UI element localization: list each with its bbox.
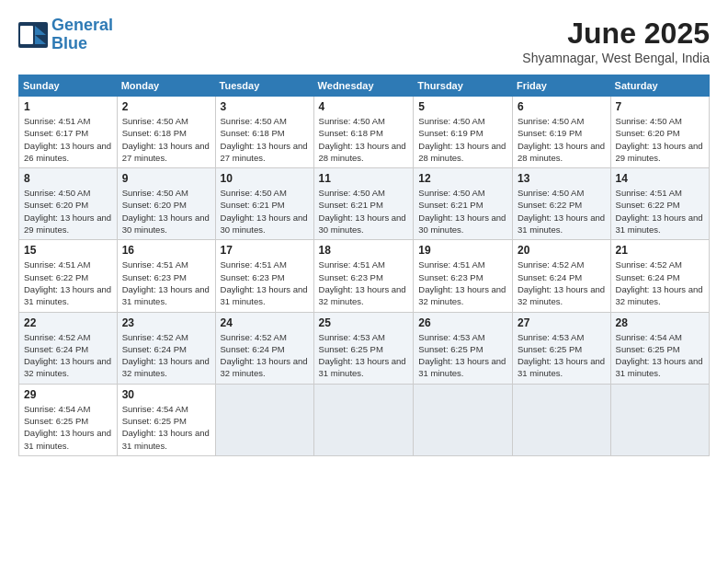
header-thursday: Thursday (414, 75, 513, 97)
page: General Blue June 2025 Shyamnagar, West … (0, 0, 728, 563)
logo-general: General (51, 16, 113, 34)
day-info: Sunrise: 4:50 AM Sunset: 6:20 PM Dayligh… (24, 187, 112, 236)
day-number: 18 (319, 244, 409, 257)
day-info: Sunrise: 4:50 AM Sunset: 6:19 PM Dayligh… (418, 115, 507, 164)
day-number: 29 (24, 388, 112, 401)
calendar-cell: 27 Sunrise: 4:53 AM Sunset: 6:25 PM Dayl… (512, 312, 610, 384)
calendar-cell (215, 384, 313, 455)
header-monday: Monday (117, 75, 215, 97)
day-number: 19 (418, 244, 507, 257)
calendar-cell (610, 384, 709, 455)
calendar-cell: 21 Sunrise: 4:52 AM Sunset: 6:24 PM Dayl… (610, 240, 709, 312)
day-info: Sunrise: 4:51 AM Sunset: 6:23 PM Dayligh… (319, 259, 409, 307)
day-info: Sunrise: 4:50 AM Sunset: 6:21 PM Dayligh… (221, 187, 309, 236)
calendar-cell: 1 Sunrise: 4:51 AM Sunset: 6:17 PM Dayli… (19, 97, 118, 168)
day-info: Sunrise: 4:53 AM Sunset: 6:25 PM Dayligh… (319, 331, 409, 380)
day-number: 21 (616, 244, 704, 257)
day-info: Sunrise: 4:54 AM Sunset: 6:25 PM Dayligh… (122, 403, 210, 452)
day-number: 4 (319, 100, 409, 113)
day-number: 25 (319, 316, 409, 329)
day-info: Sunrise: 4:50 AM Sunset: 6:20 PM Dayligh… (122, 187, 210, 236)
day-info: Sunrise: 4:51 AM Sunset: 6:22 PM Dayligh… (24, 259, 112, 307)
calendar-cell (512, 384, 610, 455)
day-number: 5 (418, 100, 507, 113)
day-info: Sunrise: 4:50 AM Sunset: 6:19 PM Dayligh… (518, 115, 606, 164)
day-info: Sunrise: 4:50 AM Sunset: 6:21 PM Dayligh… (319, 187, 409, 236)
calendar-cell: 7 Sunrise: 4:50 AM Sunset: 6:20 PM Dayli… (610, 97, 709, 168)
day-info: Sunrise: 4:50 AM Sunset: 6:22 PM Dayligh… (518, 187, 606, 236)
calendar-cell: 4 Sunrise: 4:50 AM Sunset: 6:18 PM Dayli… (313, 97, 414, 168)
day-number: 7 (616, 100, 704, 113)
day-number: 20 (518, 244, 606, 257)
svg-rect-3 (20, 26, 33, 44)
day-info: Sunrise: 4:52 AM Sunset: 6:24 PM Dayligh… (221, 331, 309, 380)
weekday-header-row: Sunday Monday Tuesday Wednesday Thursday… (19, 75, 710, 97)
day-number: 13 (518, 172, 606, 185)
day-number: 6 (518, 100, 606, 113)
day-number: 14 (616, 172, 704, 185)
day-info: Sunrise: 4:51 AM Sunset: 6:23 PM Dayligh… (418, 259, 507, 307)
calendar-cell: 12 Sunrise: 4:50 AM Sunset: 6:21 PM Dayl… (414, 168, 513, 240)
day-number: 2 (122, 100, 210, 113)
calendar-cell: 20 Sunrise: 4:52 AM Sunset: 6:24 PM Dayl… (512, 240, 610, 312)
logo: General Blue (18, 17, 113, 53)
calendar-cell: 9 Sunrise: 4:50 AM Sunset: 6:20 PM Dayli… (117, 168, 215, 240)
day-info: Sunrise: 4:52 AM Sunset: 6:24 PM Dayligh… (122, 331, 210, 380)
calendar-cell: 18 Sunrise: 4:51 AM Sunset: 6:23 PM Dayl… (313, 240, 414, 312)
calendar-table: Sunday Monday Tuesday Wednesday Thursday… (18, 75, 710, 456)
day-info: Sunrise: 4:50 AM Sunset: 6:21 PM Dayligh… (418, 187, 507, 236)
calendar-cell: 23 Sunrise: 4:52 AM Sunset: 6:24 PM Dayl… (117, 312, 215, 384)
day-number: 26 (418, 316, 507, 329)
day-number: 11 (319, 172, 409, 185)
day-info: Sunrise: 4:51 AM Sunset: 6:23 PM Dayligh… (221, 259, 309, 307)
calendar-cell: 29 Sunrise: 4:54 AM Sunset: 6:25 PM Dayl… (19, 384, 118, 455)
calendar-cell: 8 Sunrise: 4:50 AM Sunset: 6:20 PM Dayli… (19, 168, 118, 240)
day-number: 22 (24, 316, 112, 329)
month-title: June 2025 (522, 17, 710, 51)
header-saturday: Saturday (610, 75, 709, 97)
calendar-cell: 11 Sunrise: 4:50 AM Sunset: 6:21 PM Dayl… (313, 168, 414, 240)
calendar-cell: 24 Sunrise: 4:52 AM Sunset: 6:24 PM Dayl… (215, 312, 313, 384)
calendar-cell: 28 Sunrise: 4:54 AM Sunset: 6:25 PM Dayl… (610, 312, 709, 384)
day-info: Sunrise: 4:54 AM Sunset: 6:25 PM Dayligh… (24, 403, 112, 452)
calendar-cell: 16 Sunrise: 4:51 AM Sunset: 6:23 PM Dayl… (117, 240, 215, 312)
header-sunday: Sunday (19, 75, 118, 97)
day-number: 24 (221, 316, 309, 329)
calendar-cell: 19 Sunrise: 4:51 AM Sunset: 6:23 PM Dayl… (414, 240, 513, 312)
day-info: Sunrise: 4:50 AM Sunset: 6:18 PM Dayligh… (221, 115, 309, 164)
day-info: Sunrise: 4:52 AM Sunset: 6:24 PM Dayligh… (24, 331, 112, 380)
logo-blue: Blue (51, 34, 87, 52)
day-info: Sunrise: 4:53 AM Sunset: 6:25 PM Dayligh… (518, 331, 606, 380)
header-friday: Friday (512, 75, 610, 97)
logo-icon (18, 22, 48, 48)
calendar-cell: 10 Sunrise: 4:50 AM Sunset: 6:21 PM Dayl… (215, 168, 313, 240)
day-info: Sunrise: 4:50 AM Sunset: 6:18 PM Dayligh… (122, 115, 210, 164)
day-number: 3 (221, 100, 309, 113)
calendar-cell (313, 384, 414, 455)
calendar-cell: 26 Sunrise: 4:53 AM Sunset: 6:25 PM Dayl… (414, 312, 513, 384)
day-info: Sunrise: 4:51 AM Sunset: 6:23 PM Dayligh… (122, 259, 210, 307)
day-info: Sunrise: 4:52 AM Sunset: 6:24 PM Dayligh… (616, 259, 704, 307)
day-number: 30 (122, 388, 210, 401)
day-info: Sunrise: 4:51 AM Sunset: 6:22 PM Dayligh… (616, 187, 704, 236)
calendar-cell: 15 Sunrise: 4:51 AM Sunset: 6:22 PM Dayl… (19, 240, 118, 312)
day-info: Sunrise: 4:54 AM Sunset: 6:25 PM Dayligh… (616, 331, 704, 380)
calendar-cell: 30 Sunrise: 4:54 AM Sunset: 6:25 PM Dayl… (117, 384, 215, 455)
calendar-cell: 6 Sunrise: 4:50 AM Sunset: 6:19 PM Dayli… (512, 97, 610, 168)
day-number: 23 (122, 316, 210, 329)
logo-text: General Blue (51, 17, 113, 53)
calendar-cell: 25 Sunrise: 4:53 AM Sunset: 6:25 PM Dayl… (313, 312, 414, 384)
header: General Blue June 2025 Shyamnagar, West … (18, 17, 710, 65)
day-number: 16 (122, 244, 210, 257)
calendar-cell: 22 Sunrise: 4:52 AM Sunset: 6:24 PM Dayl… (19, 312, 118, 384)
header-wednesday: Wednesday (313, 75, 414, 97)
calendar-cell: 5 Sunrise: 4:50 AM Sunset: 6:19 PM Dayli… (414, 97, 513, 168)
day-info: Sunrise: 4:53 AM Sunset: 6:25 PM Dayligh… (418, 331, 507, 380)
header-tuesday: Tuesday (215, 75, 313, 97)
day-number: 10 (221, 172, 309, 185)
day-number: 9 (122, 172, 210, 185)
day-info: Sunrise: 4:50 AM Sunset: 6:20 PM Dayligh… (616, 115, 704, 164)
calendar-cell: 17 Sunrise: 4:51 AM Sunset: 6:23 PM Dayl… (215, 240, 313, 312)
title-block: June 2025 Shyamnagar, West Bengal, India (522, 17, 710, 65)
day-number: 1 (24, 100, 112, 113)
